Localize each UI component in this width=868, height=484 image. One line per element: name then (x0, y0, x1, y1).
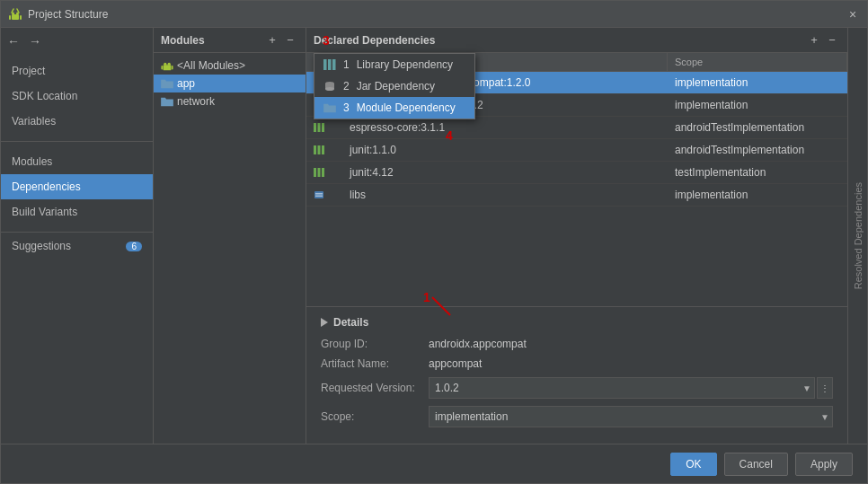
tree-item-network[interactable]: network (154, 92, 306, 110)
app-label: app (177, 77, 195, 90)
sidebar-divider-1 (1, 141, 153, 142)
svg-rect-25 (322, 145, 324, 154)
ok-button[interactable]: OK (670, 453, 716, 476)
col-scope-header: Scope (668, 53, 847, 71)
svg-rect-29 (314, 191, 323, 198)
dropdown-item-jar[interactable]: 2 Jar Dependency (314, 75, 474, 97)
dropdown-num-3: 3 (343, 101, 350, 114)
sidebar-item-suggestions[interactable]: Suggestions 6 (1, 236, 153, 256)
version-select-wrapper: 1.0.2 ▼ (429, 377, 815, 399)
dropdown-menu: 1 Library Dependency 2 Jar Dependency (314, 53, 475, 119)
suggestions-badge: 6 (126, 242, 142, 251)
row4-dep-cell: junit:1.1.0 (342, 139, 668, 161)
dropdown-item-module[interactable]: 3 Module Dependency (314, 97, 474, 119)
group-id-label: Group ID: (321, 338, 429, 350)
close-button[interactable]: × (846, 7, 860, 22)
row3-dep-cell: espresso-core:3.1.1 (342, 117, 668, 138)
title-bar: Project Structure × (1, 1, 867, 28)
row1-scope-cell: implementation (668, 72, 847, 93)
network-label: network (177, 95, 215, 108)
project-structure-window: Project Structure × ← → Project SDK Loca… (0, 0, 868, 484)
dropdown-item-library[interactable]: 1 Library Dependency (314, 54, 474, 75)
folder-icon-app (161, 77, 173, 90)
details-title-label: Details (333, 316, 368, 329)
main-area: Declared Dependencies + − Dependency Sco… (306, 28, 867, 444)
sidebar-item-variables[interactable]: Variables (1, 109, 153, 134)
resolved-label: Resolved Dependencies (853, 182, 864, 289)
nav-toolbar: ← → (1, 28, 153, 55)
version-increment-button[interactable]: ⋮ (817, 377, 833, 399)
sidebar-item-dependencies[interactable]: Dependencies (1, 174, 153, 199)
row6-scope-cell: implementation (668, 184, 847, 206)
modules-remove-button[interactable]: − (282, 32, 298, 48)
modules-panel-header: Modules + − (154, 28, 306, 53)
tree-item-all-modules[interactable]: <All Modules> (154, 57, 306, 75)
row3-icon-cell (306, 117, 342, 138)
sidebar-item-modules[interactable]: Modules (1, 149, 153, 174)
dropdown-num-2: 2 (343, 80, 350, 92)
deps-remove-button[interactable]: − (824, 32, 840, 48)
sidebar-top-section: Project SDK Location Variables (1, 55, 153, 137)
modules-toolbar: + − (264, 32, 298, 48)
artifact-name-label: Artifact Name: (321, 357, 429, 370)
forward-button[interactable]: → (26, 32, 44, 50)
modules-panel: Modules + − (154, 28, 306, 444)
svg-rect-24 (318, 145, 321, 154)
back-button[interactable]: ← (4, 32, 22, 50)
table-row[interactable]: libs implementation (306, 184, 847, 207)
svg-rect-33 (328, 59, 332, 70)
svg-point-37 (325, 87, 334, 91)
svg-rect-26 (314, 168, 316, 177)
svg-point-9 (168, 63, 171, 66)
svg-rect-7 (164, 65, 172, 70)
details-triangle-icon[interactable] (321, 318, 328, 327)
row4-scope-cell: androidTestImplementation (668, 139, 847, 161)
window-title: Project Structure (28, 8, 846, 21)
deps-header: Declared Dependencies + − (306, 28, 847, 53)
row6-icon-cell (306, 184, 342, 206)
svg-rect-32 (323, 59, 327, 70)
tree-item-app[interactable]: app (154, 75, 306, 92)
version-select[interactable]: 1.0.2 (429, 377, 815, 399)
sidebar-item-build-variants[interactable]: Build Variants (1, 199, 153, 224)
table-row[interactable]: espresso-core:3.1.1 androidTestImplement… (306, 117, 847, 139)
requested-version-label: Requested Version: (321, 382, 429, 394)
svg-rect-21 (318, 123, 321, 132)
svg-rect-34 (332, 59, 336, 70)
table-row[interactable]: junit:4.12 testImplementation (306, 162, 847, 184)
resolved-panel[interactable]: Resolved Dependencies (847, 28, 867, 444)
app-icon (8, 7, 22, 22)
group-id-value: androidx.appcompat (429, 338, 527, 350)
artifact-name-row: Artifact Name: appcompat (321, 357, 833, 370)
sidebar: ← → Project SDK Location Variables Modul… (1, 28, 154, 444)
row6-dep-cell: libs (342, 184, 668, 206)
table-row[interactable]: junit:1.1.0 androidTestImplementation (306, 139, 847, 162)
svg-rect-27 (318, 168, 321, 177)
sidebar-divider-2 (1, 232, 153, 233)
row5-dep-cell: junit:4.12 (342, 162, 668, 183)
details-title: Details (321, 316, 833, 329)
sidebar-item-sdk-location[interactable]: SDK Location (1, 84, 153, 109)
deps-panel-title: Declared Dependencies (314, 34, 435, 47)
cancel-button[interactable]: Cancel (724, 453, 788, 476)
modules-add-button[interactable]: + (264, 32, 280, 48)
svg-line-6 (17, 9, 19, 13)
all-modules-label: <All Modules> (177, 59, 245, 72)
requested-version-row: Requested Version: 1.0.2 ▼ ⋮ (321, 377, 833, 399)
scope-select[interactable]: implementationapicompileOnlyruntimeOnlyt… (429, 406, 833, 427)
sidebar-main-section: Modules Dependencies Build Variants (1, 145, 153, 228)
svg-point-8 (164, 63, 166, 66)
deps-add-button[interactable]: + (806, 32, 822, 48)
sidebar-item-project[interactable]: Project (1, 58, 153, 84)
svg-rect-12 (162, 82, 173, 87)
apply-button[interactable]: Apply (795, 453, 853, 476)
bottom-bar: OK Cancel Apply (1, 444, 867, 483)
modules-panel-title: Modules (161, 34, 205, 47)
scope-row: Scope: implementationapicompileOnlyrunti… (321, 406, 833, 427)
artifact-name-value: appcompat (429, 357, 482, 370)
svg-rect-22 (322, 123, 324, 132)
scope-select-wrapper: implementationapicompileOnlyruntimeOnlyt… (429, 406, 833, 427)
svg-line-5 (12, 9, 13, 13)
deps-toolbar: + − (806, 32, 840, 48)
dropdown-label-module: Module Dependency (357, 101, 456, 114)
